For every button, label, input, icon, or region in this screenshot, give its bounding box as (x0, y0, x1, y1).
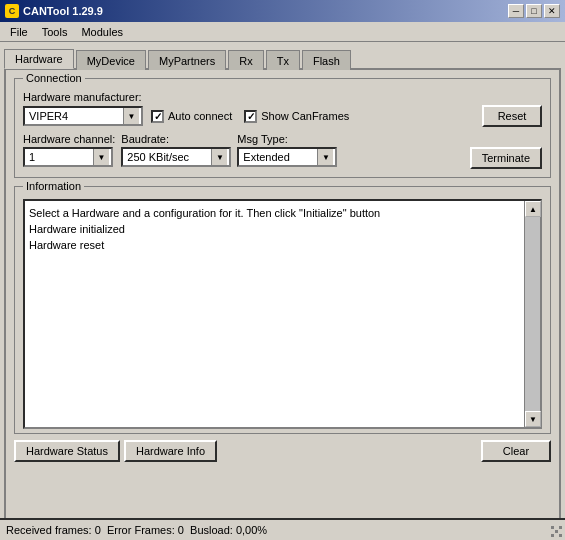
terminate-button[interactable]: Terminate (470, 147, 542, 169)
menu-modules[interactable]: Modules (75, 25, 129, 39)
busload-label: Busload: (190, 524, 233, 536)
tab-tx[interactable]: Tx (266, 50, 300, 70)
tab-content-hardware: Connection Hardware manufacturer: VIPER4… (4, 68, 561, 540)
hardware-status-button[interactable]: Hardware Status (14, 440, 120, 462)
tab-hardware[interactable]: Hardware (4, 49, 74, 69)
hardware-channel-value: 1 (27, 151, 93, 163)
hardware-channel-group: Hardware channel: 1 ▼ (23, 133, 115, 167)
auto-connect-checkbox-box[interactable]: ✓ (151, 110, 164, 123)
msg-type-label: Msg Type: (237, 133, 337, 145)
minimize-button[interactable]: ─ (508, 4, 524, 18)
status-bar: Received frames: 0 Error Frames: 0 Buslo… (0, 518, 565, 540)
scroll-down-button[interactable]: ▼ (525, 411, 541, 427)
hardware-channel-dropdown-arrow[interactable]: ▼ (93, 149, 109, 165)
hardware-channel-select[interactable]: 1 ▼ (23, 147, 113, 167)
tab-mypartners[interactable]: MyPartners (148, 50, 226, 70)
show-canframes-checkbox[interactable]: ✓ Show CanFrames (244, 110, 349, 123)
menu-tools[interactable]: Tools (36, 25, 74, 39)
hardware-channel-label: Hardware channel: (23, 133, 115, 145)
received-frames-value: 0 (95, 524, 101, 536)
information-groupbox: Information Select a Hardware and a conf… (14, 186, 551, 434)
reset-button[interactable]: Reset (482, 105, 542, 127)
close-button[interactable]: ✕ (544, 4, 560, 18)
app-icon: C (5, 4, 19, 18)
show-canframes-checkbox-box[interactable]: ✓ (244, 110, 257, 123)
scroll-track[interactable] (525, 217, 540, 411)
information-text: Select a Hardware and a configuration fo… (25, 201, 524, 427)
info-line-2: Hardware reset (29, 237, 520, 253)
menu-file[interactable]: File (4, 25, 34, 39)
window-title: CANTool 1.29.9 (23, 5, 103, 17)
information-legend: Information (23, 180, 84, 192)
auto-connect-checkbox[interactable]: ✓ Auto connect (151, 110, 232, 123)
maximize-button[interactable]: □ (526, 4, 542, 18)
tab-mydevice[interactable]: MyDevice (76, 50, 146, 70)
connection-groupbox: Connection Hardware manufacturer: VIPER4… (14, 78, 551, 178)
tab-bar: Hardware MyDevice MyPartners Rx Tx Flash (0, 42, 565, 68)
menu-bar: File Tools Modules (0, 22, 565, 42)
error-frames-label: Error Frames: (107, 524, 175, 536)
baudrate-label: Baudrate: (121, 133, 231, 145)
baudrate-select[interactable]: 250 KBit/sec ▼ (121, 147, 231, 167)
baudrate-dropdown-arrow[interactable]: ▼ (211, 149, 227, 165)
msg-type-dropdown-arrow[interactable]: ▼ (317, 149, 333, 165)
auto-connect-label: Auto connect (168, 110, 232, 122)
msg-type-group: Msg Type: Extended ▼ (237, 133, 337, 167)
baudrate-value: 250 KBit/sec (125, 151, 211, 163)
tab-flash[interactable]: Flash (302, 50, 351, 70)
hardware-info-button[interactable]: Hardware Info (124, 440, 217, 462)
busload-value: 0,00% (236, 524, 267, 536)
received-frames-label: Received frames: (6, 524, 92, 536)
connection-legend: Connection (23, 72, 85, 84)
show-canframes-label: Show CanFrames (261, 110, 349, 122)
msg-type-value: Extended (241, 151, 317, 163)
baudrate-group: Baudrate: 250 KBit/sec ▼ (121, 133, 231, 167)
scroll-up-button[interactable]: ▲ (525, 201, 541, 217)
hardware-manufacturer-value: VIPER4 (27, 110, 123, 122)
error-frames-value: 0 (178, 524, 184, 536)
tab-rx[interactable]: Rx (228, 50, 263, 70)
hardware-manufacturer-label: Hardware manufacturer: (23, 91, 542, 103)
title-bar: C CANTool 1.29.9 ─ □ ✕ (0, 0, 565, 22)
hardware-manufacturer-select[interactable]: VIPER4 ▼ (23, 106, 143, 126)
msg-type-select[interactable]: Extended ▼ (237, 147, 337, 167)
resize-grip[interactable] (551, 526, 563, 538)
clear-button[interactable]: Clear (481, 440, 551, 462)
info-line-0: Select a Hardware and a configuration fo… (29, 205, 520, 221)
info-line-1: Hardware initialized (29, 221, 520, 237)
hardware-manufacturer-dropdown-arrow[interactable]: ▼ (123, 108, 139, 124)
information-scrollbar[interactable]: ▲ ▼ (524, 201, 540, 427)
